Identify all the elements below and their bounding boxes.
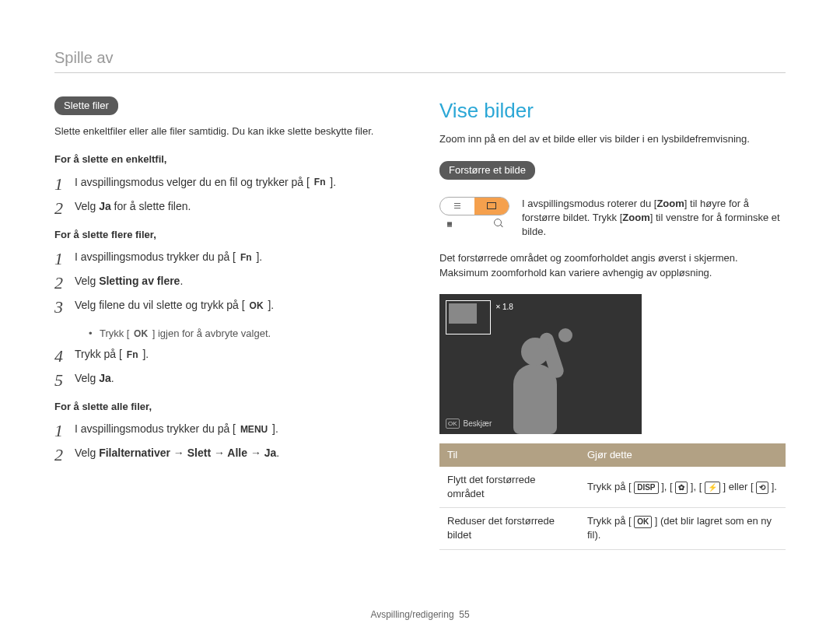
step-number: 2 xyxy=(54,199,75,217)
intro-view: Zoom inn på en del av et bilde eller vis… xyxy=(439,132,786,146)
ok-button-icon: OK xyxy=(132,328,149,341)
steps-multi: 1 I avspillingsmodus trykker du på [ Fn … xyxy=(54,250,401,316)
cell-move-action: Trykk på [ DISP ], [ ✿ ], [ ⚡ ] eller [ … xyxy=(579,467,786,508)
page-header: Spille av xyxy=(54,47,786,73)
menu-button-icon: MENU xyxy=(239,423,269,436)
preview-screenshot: ✕1.8 OK Beskjær xyxy=(439,294,642,434)
cell-reduce-action: Trykk på [ OK ] (det blir lagret som en … xyxy=(579,508,786,549)
section-vise-bilder: Vise bilder xyxy=(439,96,786,124)
step-text: Velg Filalternativer → Slett → Alle → Ja… xyxy=(75,446,401,461)
crop-bar: OK Beskjær xyxy=(446,419,492,429)
step-text: Velg Ja. xyxy=(75,371,401,387)
fn-button-icon: Fn xyxy=(313,176,327,189)
pill-slette-filer: Slette filer xyxy=(54,96,118,115)
step-number: 1 xyxy=(54,175,75,193)
cell-move: Flytt det forstørrede området xyxy=(439,467,579,508)
disp-button-icon: DISP xyxy=(634,482,658,494)
bullet-cancel: Trykk [ OK ] igjen for å avbryte valget. xyxy=(89,327,401,341)
left-column: Slette filer Slette enkeltfiler eller al… xyxy=(54,96,401,550)
sub-all: For å slette alle filer, xyxy=(54,400,401,414)
table-row: Flytt det forstørrede området Trykk på [… xyxy=(439,467,786,508)
child-silhouette-icon xyxy=(482,325,599,434)
step-number: 1 xyxy=(54,250,75,268)
fn-button-icon: Fn xyxy=(239,251,254,264)
page-footer: Avspilling/redigering 55 xyxy=(0,608,840,622)
step-text: Velg filene du vil slette og trykk på [ … xyxy=(75,298,401,313)
magnifier-icon xyxy=(494,219,502,229)
flash-button-icon: ⚡ xyxy=(705,482,720,494)
step-text: I avspillingsmodus trykker du på [ Fn ]. xyxy=(75,250,401,265)
table-header-til: Til xyxy=(439,443,579,467)
step-number: 2 xyxy=(54,274,75,292)
zoom-ratio-label: ✕1.8 xyxy=(495,302,513,313)
step-number: 3 xyxy=(54,298,75,316)
right-column: Vise bilder Zoom inn på en del av et bil… xyxy=(439,96,786,550)
step-number: 4 xyxy=(54,347,75,365)
step-number: 2 xyxy=(54,446,75,464)
intro-delete: Slette enkeltfiler eller alle filer samt… xyxy=(54,124,401,138)
table-header-gjor: Gjør dette xyxy=(579,443,786,467)
steps-multi-cont: 4 Trykk på [ Fn ]. 5 Velg Ja. xyxy=(54,347,401,389)
step-number: 5 xyxy=(54,371,75,389)
action-table: Til Gjør dette Flytt det forstørrede omr… xyxy=(439,443,786,550)
zoom-out-side xyxy=(440,198,474,215)
steps-single: 1 I avspillingsmodus velger du en fil og… xyxy=(54,175,401,217)
table-row: Reduser det forstørrede bildet Trykk på … xyxy=(439,508,786,549)
step-text: I avspillingsmodus velger du en fil og t… xyxy=(75,175,401,191)
zoom-para2: Det forstørrede området og zoomforholdet… xyxy=(439,251,786,279)
fn-button-icon: Fn xyxy=(125,349,140,362)
cell-reduce: Reduser det forstørrede bildet xyxy=(439,508,579,549)
macro-button-icon: ✿ xyxy=(675,482,688,494)
timer-button-icon: ⟲ xyxy=(756,482,768,494)
ok-button-icon: OK xyxy=(248,299,265,313)
step-text: Trykk på [ Fn ]. xyxy=(75,347,401,363)
sub-single: For å slette en enkeltfil, xyxy=(54,152,401,166)
ok-icon: OK xyxy=(446,419,460,429)
zoom-desc: I avspillingsmodus roterer du [Zoom] til… xyxy=(522,197,786,240)
step-text: Velg Sletting av flere. xyxy=(75,274,401,289)
zoom-control-icon: ▦ xyxy=(439,197,509,229)
zoom-in-side xyxy=(474,198,509,215)
steps-all: 1 I avspillingsmodus trykker du på [ MEN… xyxy=(54,422,401,464)
pill-forstorre: Forstørre et bilde xyxy=(439,161,535,180)
thumbnail-icon: ▦ xyxy=(447,219,452,229)
step-text: I avspillingsmodus trykker du på [ MENU … xyxy=(75,422,401,437)
step-number: 1 xyxy=(54,422,75,440)
step-text: Velg Ja for å slette filen. xyxy=(75,199,401,215)
ok-button-icon: OK xyxy=(634,516,652,528)
sub-multi: For å slette flere filer, xyxy=(54,228,401,242)
